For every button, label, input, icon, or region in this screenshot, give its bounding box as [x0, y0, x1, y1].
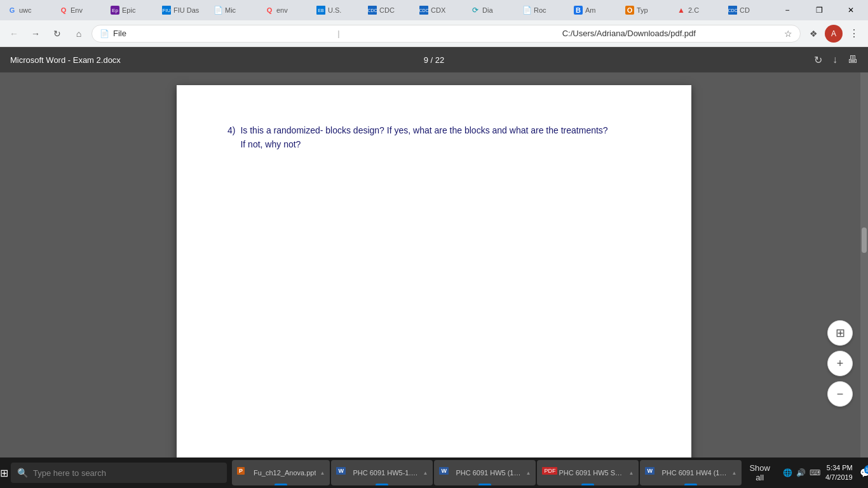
tab-favicon-epic: Ep [111, 6, 119, 15]
taskbar-item-pdf-label: PHC 6091 HW5 So....pdf [559, 469, 625, 477]
tab-epic[interactable]: Ep Epic [105, 1, 156, 19]
pdf-header-controls: ↻ ↓ 🖶 [814, 54, 858, 66]
clock-time: 5:34 PM [825, 463, 853, 473]
tab-tri[interactable]: ▲ 2.C [672, 1, 722, 19]
browser-window: G uwc Q Env Ep Epic FIU FIU Das 📄 Mic [0, 0, 868, 488]
tab-cdx[interactable]: CDC CDX [414, 1, 465, 19]
taskbar-item-hw4[interactable]: W PHC 6091 HW4 (1).docx ▲ [640, 460, 742, 485]
ppt-chevron-icon: ▲ [320, 470, 325, 476]
tab-fiu[interactable]: FIU FIU Das [157, 1, 208, 19]
home-button[interactable]: ⌂ [70, 25, 88, 43]
question-line2: If not, why not? [240, 139, 301, 149]
tab-favicon-typ: O [625, 6, 634, 15]
tab-label-epic: Epic [122, 6, 135, 14]
rotate-icon[interactable]: ↻ [814, 54, 822, 66]
tab-mic[interactable]: 📄 Mic [208, 1, 259, 19]
taskbar: ⊞ 🔍 Type here to search P Fu_ch12_Anova.… [0, 458, 868, 488]
pdf-question: 4) Is this a randomized- blocks design? … [227, 123, 641, 152]
forward-button[interactable]: → [27, 25, 44, 43]
volume-icon[interactable]: 🔊 [796, 468, 806, 477]
tab-favicon-cd3: CDC [728, 6, 737, 15]
tab-label-typ: Typ [637, 6, 648, 14]
show-all-button[interactable]: Show all [744, 461, 775, 485]
tab-am[interactable]: B Am [569, 1, 620, 19]
zoom-in-button[interactable]: + [827, 351, 853, 376]
tab-env[interactable]: Q Env [54, 1, 105, 19]
pdf-icon-label: PDF [542, 467, 557, 475]
ppt-icon-label: P [237, 467, 245, 475]
question-body: Is this a randomized- blocks design? If … [240, 123, 607, 152]
back-button[interactable]: ← [5, 25, 23, 43]
keyboard-icon[interactable]: ⌨ [810, 468, 820, 477]
zoom-out-button[interactable]: − [827, 381, 853, 407]
taskbar-item-hw4-label: PHC 6091 HW4 (1).docx [661, 469, 728, 477]
pdf-area: 4) Is this a randomized- blocks design? … [0, 72, 868, 458]
bookmark-icon[interactable]: ☆ [784, 29, 792, 39]
windows-icon: ⊞ [0, 467, 8, 479]
menu-button[interactable]: ⋮ [845, 25, 863, 43]
taskbar-right: 🌐 🔊 ⌨ 5:34 PM 4/7/2019 💬 12 [775, 463, 868, 483]
ppt-icon: P [237, 466, 250, 479]
tab-favicon-uwc: G [8, 6, 17, 15]
tab-cd3[interactable]: CDC CD [723, 1, 771, 19]
scrollbar[interactable] [860, 72, 868, 458]
address-input[interactable]: 📄 File | C:/Users/Adriana/Downloads/pdf.… [92, 25, 801, 43]
tab-dia[interactable]: ⟳ Dia [466, 1, 517, 19]
tab-label-tri: 2.C [688, 6, 699, 14]
question-number: 4) [227, 123, 235, 152]
tab-label-mic: Mic [225, 6, 236, 14]
extensions-icon[interactable]: ❖ [804, 25, 822, 43]
tab-favicon-cdc: CDC [368, 6, 377, 15]
tab-favicon-us: EB [316, 6, 325, 15]
tab-label-cd3: CD [740, 6, 750, 14]
scrollbar-thumb[interactable] [862, 227, 867, 253]
expand-button[interactable]: ⊞ [827, 320, 853, 346]
address-bar: ← → ↻ ⌂ 📄 File | C:/Users/Adriana/Downlo… [0, 20, 868, 47]
pdf-page-info: 9 / 22 [424, 55, 445, 65]
word-icon-label3: W [645, 467, 654, 475]
start-button[interactable]: ⊞ [0, 458, 8, 488]
tab-env2[interactable]: Q env [260, 1, 311, 19]
tab-label-env: Env [71, 6, 83, 14]
tab-label-am: Am [585, 6, 596, 14]
download-icon[interactable]: ↓ [832, 54, 837, 65]
tab-typ[interactable]: O Typ [620, 1, 671, 19]
word-icon-hw5-2: W [439, 466, 452, 479]
window-controls: − ❒ ✕ [773, 1, 865, 19]
tab-favicon-env2: Q [265, 6, 274, 15]
tab-cdc[interactable]: CDC CDC [363, 1, 414, 19]
title-bar: G uwc Q Env Ep Epic FIU FIU Das 📄 Mic [0, 0, 868, 20]
tab-label-cdx: CDX [431, 6, 445, 14]
expand-icon: ⊞ [836, 326, 845, 340]
pdf-float-buttons: ⊞ + − [827, 320, 853, 407]
tab-uwc[interactable]: G uwc [3, 1, 53, 19]
tab-roc[interactable]: 📄 Roc [517, 1, 568, 19]
word-icon-hw4: W [645, 466, 658, 479]
taskbar-item-pdf[interactable]: PDF PHC 6091 HW5 So....pdf ▲ [537, 460, 639, 485]
tabs-container: G uwc Q Env Ep Epic FIU FIU Das 📄 Mic [3, 1, 771, 19]
profile-avatar: A [825, 25, 843, 43]
toolbar-icons: ❖ A ⋮ [804, 25, 863, 43]
system-clock[interactable]: 5:34 PM 4/7/2019 [825, 463, 853, 483]
print-icon[interactable]: 🖶 [848, 54, 858, 65]
user-profile-icon[interactable]: A [825, 25, 843, 43]
restore-button[interactable]: ❒ [804, 1, 834, 19]
taskbar-item-hw5-1[interactable]: W PHC 6091 HW5-1.docx ▲ [331, 460, 433, 485]
word-icon-label: W [336, 467, 346, 475]
tab-label-cdc: CDC [379, 6, 395, 14]
tab-label-env2: env [276, 6, 288, 14]
word-icon-hw5-1: W [336, 466, 349, 479]
taskbar-search[interactable]: 🔍 Type here to search [11, 463, 227, 483]
word-icon-label2: W [439, 467, 449, 475]
network-icon[interactable]: 🌐 [783, 468, 792, 477]
tab-us[interactable]: EB U.S. [311, 1, 362, 19]
taskbar-item-hw5-2[interactable]: W PHC 6091 HW5 (1).docx ▲ [434, 460, 536, 485]
close-button[interactable]: ✕ [836, 1, 865, 19]
notification-button[interactable]: 💬 12 [858, 465, 868, 480]
tab-label-us: U.S. [328, 6, 341, 14]
taskbar-item-ppt[interactable]: P Fu_ch12_Anova.ppt ▲ [232, 460, 330, 485]
refresh-button[interactable]: ↻ [48, 25, 66, 43]
tab-favicon-mic: 📄 [214, 6, 222, 15]
zoom-in-icon: + [837, 357, 844, 370]
minimize-button[interactable]: − [773, 1, 802, 19]
